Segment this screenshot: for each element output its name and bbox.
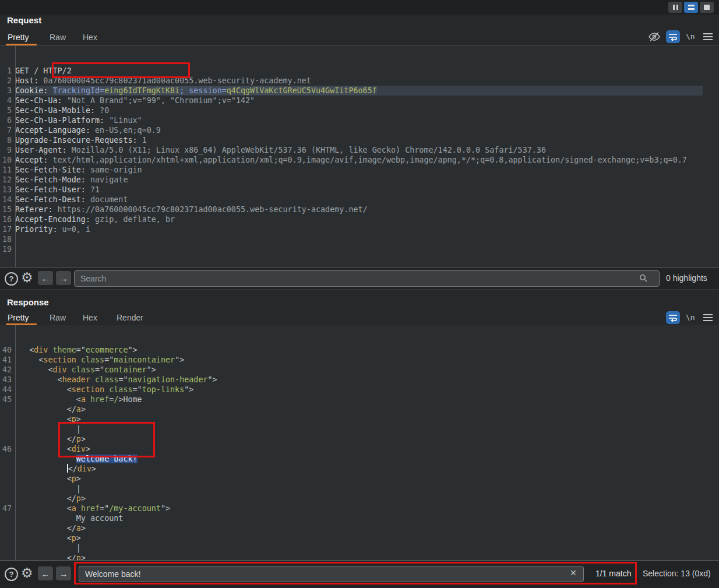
code-token: Welcome back! (76, 455, 138, 463)
code-line[interactable]: 40 <div theme="ecommerce"> (0, 345, 719, 355)
request-search-input[interactable] (74, 270, 660, 287)
code-line[interactable]: 4Sec-Ch-Ua: "Not_A Brand";v="99", "Chrom… (0, 96, 719, 105)
code-line[interactable]: | (0, 484, 719, 494)
code-token: ?0 (95, 106, 109, 115)
code-line[interactable]: 5Sec-Ch-Ua-Mobile: ?0 (0, 105, 719, 115)
code-line[interactable]: </p> (0, 553, 719, 560)
response-tab-hex[interactable]: Hex (83, 310, 97, 325)
code-line[interactable]: 19 (0, 244, 719, 254)
response-tab-raw[interactable]: Raw (50, 310, 66, 325)
request-active-tab-underline (6, 44, 37, 45)
layout-rows-button[interactable] (684, 2, 698, 13)
code-token: > (81, 494, 86, 503)
code-line[interactable]: 2Host: 0a760000045cc79c802371ad00ac0055.… (0, 76, 719, 86)
clear-search-icon[interactable]: ✕ (570, 568, 577, 578)
code-line[interactable]: <p> (0, 414, 719, 424)
code-token: "> (147, 365, 156, 374)
code-line[interactable]: 6Sec-Ch-Ua-Platform: "Linux" (0, 115, 719, 125)
code-line[interactable]: 12Sec-Fetch-Mode: navigate (0, 175, 719, 185)
code-line[interactable]: My account (0, 513, 719, 523)
code-token: div (34, 346, 48, 354)
code-line[interactable]: 8Upgrade-Insecure-Requests: 1 (0, 135, 719, 145)
code-line[interactable]: 13Sec-Fetch-User: ?1 (0, 185, 719, 195)
code-line[interactable]: 16Accept-Encoding: gzip, deflate, br (0, 214, 719, 224)
code-line[interactable]: 42 <div class="container"> (0, 365, 719, 375)
show-newlines-icon[interactable]: \n (686, 32, 695, 41)
code-token: </ (15, 494, 76, 503)
code-line[interactable]: </p> (0, 494, 719, 504)
layout-single-button[interactable] (700, 2, 714, 13)
code-line[interactable]: 17Priority: u=0, i (0, 224, 719, 234)
code-line[interactable]: 15Referer: https://0a760000045cc79c80237… (0, 205, 719, 214)
hide-matches-icon[interactable] (648, 31, 661, 44)
code-line[interactable]: 9User-Agent: Mozilla/5.0 (X11; Linux x86… (0, 145, 719, 155)
code-line[interactable]: </a> (0, 404, 719, 414)
single-layout-icon (704, 5, 710, 10)
next-match-button[interactable]: → (56, 271, 71, 285)
code-line[interactable]: 7Accept-Language: en-US,en;q=0.9 (0, 125, 719, 135)
layout-columns-button[interactable] (668, 2, 682, 13)
code-line[interactable]: 11Sec-Fetch-Site: same-origin (0, 165, 719, 175)
code-token: class (81, 355, 104, 364)
request-tab-raw[interactable]: Raw (50, 29, 66, 45)
code-line[interactable]: 44 <section class="top-links"> (0, 385, 719, 395)
code-line[interactable]: | (0, 424, 719, 434)
code-token: > (81, 554, 86, 560)
line-number: 47 (0, 504, 15, 513)
previous-match-button[interactable]: ← (38, 271, 53, 285)
code-token: < (15, 395, 81, 404)
code-token: < (15, 346, 34, 354)
response-menu-icon[interactable] (703, 314, 713, 315)
soft-wrap-icon[interactable] (666, 311, 680, 324)
code-line[interactable]: Welcome back! (0, 454, 719, 464)
request-tab-hex[interactable]: Hex (83, 29, 97, 45)
response-search-input[interactable] (79, 566, 584, 582)
code-line[interactable]: </a> (0, 523, 719, 533)
settings-gear-icon[interactable]: ⚙ (21, 271, 33, 284)
code-line[interactable]: <p> (0, 533, 719, 543)
code-token: =" (95, 365, 104, 374)
code-line[interactable]: | (0, 543, 719, 553)
code-line[interactable]: 3Cookie: TrackingId=eing6IdTFmgKtK8i; se… (0, 86, 719, 96)
request-editor[interactable]: 1GET / HTTP/22Host: 0a760000045cc79c8023… (0, 46, 719, 267)
code-line[interactable]: 14Sec-Fetch-Dest: document (0, 195, 719, 205)
response-tab-render[interactable]: Render (117, 310, 143, 325)
settings-gear-icon[interactable]: ⚙ (21, 566, 33, 579)
code-token: =" (118, 375, 128, 384)
next-match-button[interactable]: → (56, 566, 71, 580)
code-token: href (90, 395, 109, 404)
previous-match-button[interactable]: ← (38, 566, 53, 580)
line-number: 18 (0, 234, 15, 244)
code-line[interactable]: 10Accept: text/html,application/xhtml+xm… (0, 155, 719, 165)
response-editor[interactable]: 40 <div theme="ecommerce">41 <section cl… (0, 325, 719, 560)
help-icon[interactable]: ? (5, 272, 18, 286)
code-token: < (15, 355, 43, 364)
code-token: | (15, 484, 81, 493)
code-line[interactable]: <p> (0, 474, 719, 484)
code-token: ecommerce (86, 346, 128, 354)
search-magnifier-icon[interactable] (639, 273, 648, 285)
code-token: 1 (138, 136, 147, 145)
code-token: Host: (15, 76, 38, 85)
code-line[interactable]: 45 <a href=/>Home (0, 395, 719, 404)
code-token: > (81, 524, 86, 533)
code-line[interactable]: 18 (0, 234, 719, 244)
code-line[interactable]: 47 <a href="/my-account"> (0, 504, 719, 513)
code-line[interactable]: 46 <div> (0, 444, 719, 454)
code-line[interactable]: 43 <header class="navigation-header"> (0, 375, 719, 385)
code-line[interactable]: 1GET / HTTP/2 (0, 66, 719, 76)
soft-wrap-icon[interactable] (666, 30, 680, 43)
show-newlines-icon[interactable]: \n (686, 313, 695, 322)
code-token: a (72, 504, 76, 513)
request-tab-pretty[interactable]: Pretty (8, 29, 29, 45)
code-token: = (222, 86, 227, 95)
code-line[interactable]: </div> (0, 464, 719, 474)
code-line[interactable]: </p> (0, 434, 719, 444)
line-number: 16 (0, 214, 15, 224)
code-token: gzip, deflate, br (90, 215, 175, 224)
line-number: 45 (0, 395, 15, 404)
highlights-count: 0 highlights (666, 273, 707, 283)
code-line[interactable]: 41 <section class="maincontainer"> (0, 355, 719, 365)
help-icon[interactable]: ? (5, 568, 18, 581)
request-menu-icon[interactable] (703, 33, 713, 34)
